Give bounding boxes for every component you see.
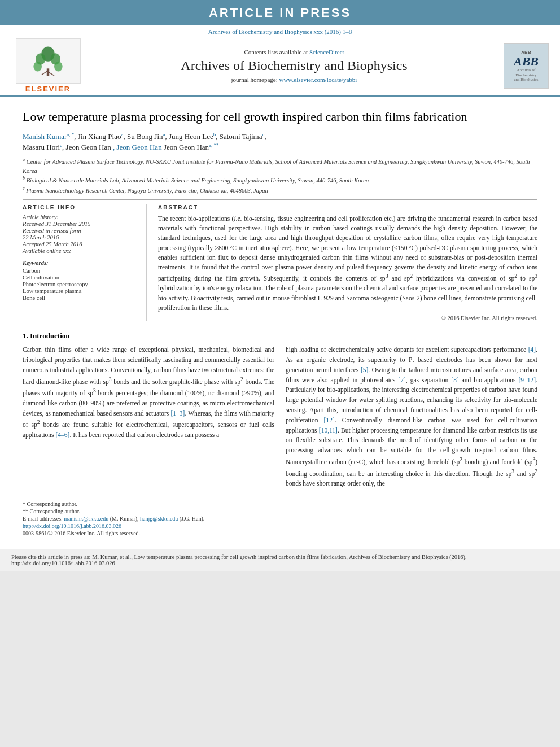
author-sup-7: a, **: [209, 142, 219, 148]
author-sup-1: a, *: [67, 132, 74, 137]
keywords-section: Keywords: Carbon Cell cultivation Photoe…: [23, 260, 138, 301]
abstract-text: The recent bio-applications (i.e. bio-se…: [158, 214, 537, 313]
journal-header: Archives of Biochemistry and Biophysics …: [0, 25, 560, 97]
author-han-name: Jeon Geon Han: [162, 143, 209, 152]
author-manish-kumar[interactable]: Manish Kumar: [23, 132, 67, 141]
journal-homepage: journal homepage: www.elsevier.com/locat…: [85, 76, 504, 83]
doi-link[interactable]: http://dx.doi.org/10.1016/j.abb.2016.03.…: [23, 523, 121, 529]
received-date: Received 31 December 2015: [23, 221, 138, 227]
affiliation-c: c Plasma Nanotechnology Research Center,…: [23, 185, 537, 195]
accepted-date: Accepted 25 March 2016: [23, 241, 138, 247]
elsevier-image: [16, 38, 81, 84]
journal-header-main: ELSEVIER Contents lists available at Sci…: [11, 36, 549, 95]
introduction-section: 1. Introduction Carbon thin films offer …: [23, 331, 537, 489]
email-link-1[interactable]: manishk@skku.edu: [64, 516, 108, 522]
keyword-cell-cultivation: Cell cultivation: [23, 274, 138, 281]
authors: Manish Kumara, *, Jin Xiang Piaoa, Su Bo…: [23, 131, 537, 154]
journal-title-center: Contents lists available at ScienceDirec…: [85, 49, 504, 83]
intro-two-col: Carbon thin films offer a wide range of …: [23, 345, 537, 489]
article-in-press-label: ArTICLE IN PRESS: [209, 6, 351, 20]
ref-12[interactable]: [12]: [324, 417, 335, 423]
page-wrapper: ArTICLE IN PRESS Archives of Biochemistr…: [0, 0, 560, 571]
received-revised: Received in revised form: [23, 228, 138, 234]
keyword-low-temp-plasma: Low temperature plasma: [23, 288, 138, 294]
elsevier-logo-box: ELSEVIER: [11, 38, 85, 93]
keyword-photoelectron: Photoelectron spectroscopy: [23, 281, 138, 287]
footer-notes: * Corresponding author. ** Corresponding…: [23, 497, 537, 536]
affiliation-a: a Center for Advanced Plasma Surface Tec…: [23, 156, 537, 175]
abb-logo-box: ABB ABB Archives ofBiochemistryand Bioph…: [504, 43, 549, 89]
ref-7[interactable]: [7]: [398, 377, 405, 383]
intro-heading: 1. Introduction: [23, 331, 537, 340]
footer-emails: E-mail addresses: manishk@skku.edu (M. K…: [23, 516, 537, 522]
ref-8[interactable]: [8]: [451, 377, 458, 383]
ref-4-6[interactable]: [4–6]: [55, 431, 69, 438]
section-divider: [23, 199, 537, 200]
keyword-carbon: Carbon: [23, 268, 138, 274]
email-link-2[interactable]: hanjg@skku.edu: [140, 516, 178, 522]
ref-1-3[interactable]: [1–3]: [171, 410, 185, 417]
keyword-bone-cell: Bone cell: [23, 295, 138, 301]
abstract-copyright: © 2016 Elsevier Inc. All rights reserved…: [158, 315, 537, 321]
svg-point-3: [33, 61, 42, 71]
bottom-cite-bar: Please cite this article in press as: M.…: [0, 549, 560, 571]
footer-doi: http://dx.doi.org/10.1016/j.abb.2016.03.…: [23, 523, 537, 529]
article-content: Low temperature plasma processing for ce…: [0, 97, 560, 543]
ref-9-12[interactable]: [9–12]: [518, 377, 536, 383]
intro-left-col: Carbon thin films offer a wide range of …: [23, 345, 274, 489]
header-bar: ArTICLE IN PRESS: [0, 0, 560, 25]
journal-header-top: Archives of Biochemistry and Biophysics …: [11, 25, 549, 36]
available-online: Available online xxx: [23, 248, 138, 254]
cite-bar-text: Please cite this article in press as: M.…: [11, 554, 467, 566]
footer-issn: 0003-9861/© 2016 Elsevier Inc. All right…: [23, 530, 537, 536]
intro-right-col: high loading of electrochemically active…: [286, 345, 537, 489]
abstract-heading: ABSTRACT: [158, 204, 537, 211]
ref-4[interactable]: [4]: [528, 346, 536, 353]
svg-point-4: [54, 61, 63, 71]
ref-5[interactable]: [5]: [361, 366, 368, 373]
footer-corresponding2: ** Corresponding author.: [23, 508, 537, 514]
contents-available: Contents lists available at ScienceDirec…: [85, 49, 504, 55]
keywords-label: Keywords:: [23, 260, 138, 266]
journal-name: Archives of Biochemistry and Biophysics: [85, 58, 504, 74]
abstract-column: ABSTRACT The recent bio-applications (i.…: [158, 204, 537, 321]
article-info-heading: ARTICLE INFO: [23, 204, 138, 211]
footer-corresponding1: * Corresponding author.: [23, 501, 537, 507]
affiliations: a Center for Advanced Plasma Surface Tec…: [23, 156, 537, 195]
article-title: Low temperature plasma processing for ce…: [23, 109, 537, 125]
journal-citation-link[interactable]: Archives of Biochemistry and Biophysics …: [208, 28, 352, 35]
author-jeon-geon-han[interactable]: , Jeon Geon Han: [113, 143, 162, 152]
ref-10-11[interactable]: [10,11]: [319, 427, 338, 434]
history-label: Article history:: [23, 214, 138, 220]
revised-date: 22 March 2016: [23, 234, 138, 241]
homepage-url[interactable]: www.elsevier.com/locate/yabbi: [279, 76, 357, 83]
sciencedirect-link[interactable]: ScienceDirect: [309, 49, 344, 55]
elsevier-label: ELSEVIER: [25, 85, 71, 93]
article-info-column: ARTICLE INFO Article history: Received 3…: [23, 204, 147, 321]
info-abstract-columns: ARTICLE INFO Article history: Received 3…: [23, 204, 537, 321]
affiliation-b: b Biological & Nanoscale Materials Lab, …: [23, 175, 537, 185]
